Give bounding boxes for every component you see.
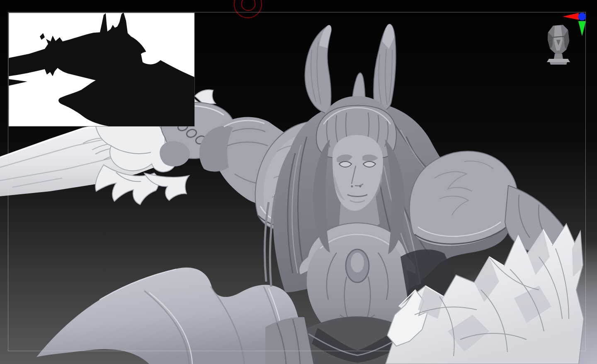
axis-z-dot[interactable]: [578, 13, 586, 21]
sculpt-canvas[interactable]: [0, 0, 597, 364]
sculpt-viewport[interactable]: [0, 0, 597, 364]
left-eye: [339, 162, 352, 167]
right-eye: [363, 162, 376, 167]
preview-panel: [9, 12, 194, 126]
